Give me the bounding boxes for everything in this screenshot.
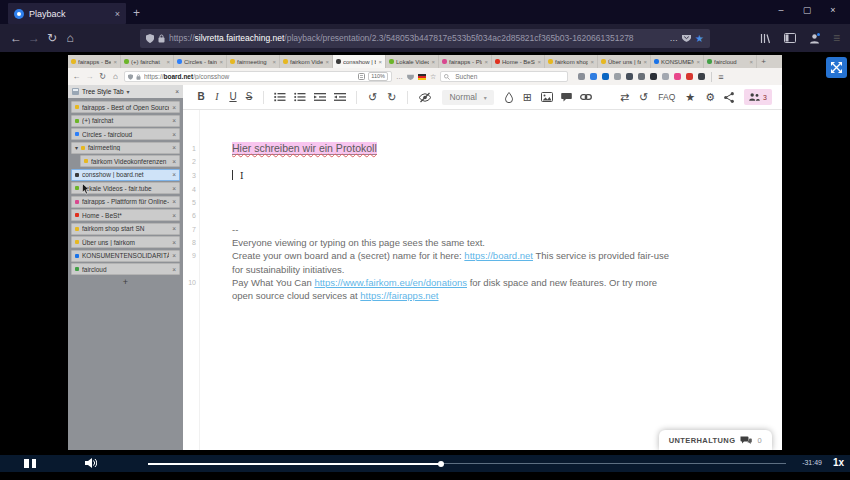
menu-icon[interactable]: ≡	[833, 31, 840, 45]
library-icon[interactable]	[760, 33, 771, 44]
gear-extension-icon[interactable]	[626, 73, 633, 80]
hyperlink[interactable]: https://board.net	[464, 250, 533, 261]
tab-close-icon[interactable]: ×	[172, 171, 176, 178]
recording-tab[interactable]: Lokale Videos×	[386, 55, 439, 68]
tab-close-icon[interactable]: ×	[219, 59, 223, 65]
seek-bar[interactable]	[148, 462, 786, 465]
expand-button[interactable]	[826, 57, 847, 78]
clear-authorship-colors-icon[interactable]	[418, 92, 432, 103]
reader-mode-icon[interactable]	[358, 73, 365, 80]
tab-close-icon[interactable]: ×	[113, 59, 117, 65]
share-extension-icon[interactable]	[578, 73, 585, 80]
home-button[interactable]: ⌂	[111, 72, 120, 81]
table-icon[interactable]: ⊞	[523, 91, 532, 104]
sidebar-tab-item[interactable]: KONSUMENTENSOLIDARITÄT - JETZT×	[71, 250, 180, 262]
tab-close-icon[interactable]: ×	[537, 59, 541, 65]
unordered-list-button[interactable]	[294, 92, 306, 102]
recording-tab[interactable]: Home - BeSt*×	[492, 55, 545, 68]
sidebar-tab-item[interactable]: consshow | board.net×	[71, 169, 180, 181]
sidebar-tab-item[interactable]: ▾fairmeeting×	[71, 142, 180, 154]
sidebar-tab-item[interactable]: fairapps - Best of Open Source×	[71, 101, 180, 113]
linkedin-extension-icon[interactable]	[602, 73, 609, 80]
sidebar-tab-item[interactable]: Home - BeSt*×	[71, 209, 180, 221]
tab-close-icon[interactable]: ×	[172, 225, 176, 232]
share-icon[interactable]	[724, 92, 734, 103]
link-icon[interactable]	[580, 93, 592, 101]
tab-close-icon[interactable]: ×	[172, 158, 176, 165]
underline-button[interactable]: U	[225, 92, 241, 102]
chat-toggle-button[interactable]: UNTERHALTUNG 0	[659, 430, 772, 450]
pause-button[interactable]	[24, 459, 36, 468]
url-bar[interactable]: https://silvretta.fairteaching.net/playb…	[140, 29, 710, 48]
recording-tab[interactable]: Über uns | fa×	[598, 55, 651, 68]
tab-close-icon[interactable]: ×	[172, 185, 176, 192]
tab-close-icon[interactable]: ×	[172, 252, 176, 259]
grid-extension-icon[interactable]	[614, 73, 621, 80]
search-bar[interactable]	[440, 71, 568, 82]
maximize-button[interactable]: ▢	[794, 5, 820, 15]
browser-tab-playback[interactable]: Playback ×	[8, 3, 126, 24]
forward-button[interactable]: →	[85, 72, 94, 81]
document-line[interactable]: 3I	[183, 169, 782, 183]
hyperlink[interactable]: https://www.fairkom.eu/en/donations	[314, 277, 467, 288]
tab-close-icon[interactable]: ×	[325, 59, 329, 65]
tab-close-icon[interactable]: ×	[172, 144, 176, 151]
reload-button[interactable]: ↻	[46, 31, 58, 45]
outdent-button[interactable]	[334, 92, 346, 102]
redo-button[interactable]: ↻	[387, 91, 396, 104]
bookmark-star-icon[interactable]: ★	[695, 33, 704, 44]
image-icon[interactable]	[541, 92, 553, 102]
document-line[interactable]: 8Everyone viewing or typing on this page…	[183, 236, 782, 249]
pocket-icon[interactable]	[407, 74, 414, 80]
clear-formatting-icon[interactable]	[504, 92, 514, 103]
back-button[interactable]: ←	[10, 31, 22, 45]
sidebar-close-icon[interactable]: ×	[175, 88, 179, 95]
document-line[interactable]: 7--	[183, 223, 782, 236]
tab-close-icon[interactable]: ×	[643, 59, 647, 65]
dark-extension-icon[interactable]	[650, 73, 657, 80]
new-tab-button[interactable]: +	[133, 6, 140, 20]
import-export-icon[interactable]: ⇄	[620, 91, 629, 104]
sidebar-tab-item[interactable]: faircloud×	[71, 263, 180, 275]
connected-users-button[interactable]: 3	[744, 89, 772, 105]
recording-tab[interactable]: fairkom Vide×	[280, 55, 333, 68]
sidebar-tab-item[interactable]: (+) fairchat×	[71, 115, 180, 127]
recording-tab[interactable]: fairmeeting×	[227, 55, 280, 68]
recording-tab[interactable]: Circles - fairc×	[174, 55, 227, 68]
pointer-extension-icon[interactable]	[662, 73, 669, 80]
chevron-down-icon[interactable]: ▾	[127, 88, 130, 95]
gear-icon[interactable]: ⚙	[705, 91, 715, 104]
tab-close-icon[interactable]: ×	[172, 266, 176, 273]
ordered-list-button[interactable]	[274, 92, 286, 102]
color-extension-icon[interactable]	[674, 73, 681, 80]
document-line[interactable]: 9Create your own board and a (secret) na…	[183, 249, 782, 276]
tab-close-icon[interactable]: ×	[696, 59, 700, 65]
playback-speed-button[interactable]: 1x	[833, 457, 844, 468]
bookmark-star-icon[interactable]: ☆	[430, 73, 436, 81]
tab-close-icon[interactable]: ×	[172, 239, 176, 246]
sidebar-new-tab-button[interactable]: +	[68, 277, 183, 287]
shield-icon[interactable]	[146, 34, 154, 43]
sidebar-tab-item[interactable]: Über uns | fairkom×	[71, 236, 180, 248]
document-line[interactable]: 10Pay What You Can https://www.fairkom.e…	[183, 276, 782, 303]
page-actions-icon[interactable]: …	[396, 73, 403, 80]
recording-tab[interactable]: (+) fairchat×	[121, 55, 174, 68]
menu-icon[interactable]: ≡	[718, 72, 723, 82]
search-input[interactable]	[453, 72, 564, 81]
tab-close-icon[interactable]: ×	[172, 198, 176, 205]
recording-tab[interactable]: fairapps - Pla×	[439, 55, 492, 68]
tab-close-icon[interactable]: ×	[115, 9, 120, 19]
url-bar[interactable]: https://board.net/p/consshow 110%	[124, 71, 392, 82]
volume-icon[interactable]	[85, 458, 97, 468]
reload-button[interactable]: ↻	[98, 72, 107, 81]
document-line[interactable]: 1Hier schreiben wir ein Protokoll	[183, 142, 782, 155]
tab-close-icon[interactable]: ×	[484, 59, 488, 65]
indent-button[interactable]	[314, 92, 326, 102]
sidebar-tab-item[interactable]: Circles - faircloud×	[71, 128, 180, 140]
apps-extension-icon[interactable]	[638, 73, 645, 80]
recording-tab[interactable]: fairapps - Bes×	[68, 55, 121, 68]
forward-button[interactable]: →	[28, 31, 40, 45]
sidebar-toggle-icon[interactable]	[784, 33, 796, 43]
recording-tab[interactable]: consshow | boa×	[333, 55, 386, 68]
comment-icon[interactable]	[561, 92, 572, 102]
